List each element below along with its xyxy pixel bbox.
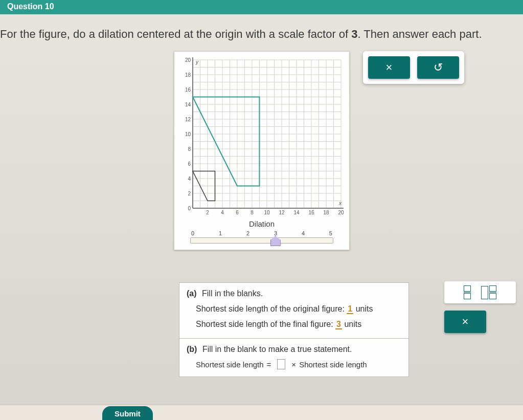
part-b-equation: Shortest side length = × Shortest side l… [196, 359, 401, 369]
slider-ticks: 0 1 2 3 4 5 [190, 230, 333, 236]
graph-panel: 201816 141210 864 20 246 81012 141618 20… [174, 51, 350, 250]
svg-text:12: 12 [279, 210, 285, 215]
svg-text:20: 20 [185, 57, 191, 63]
svg-text:2: 2 [206, 210, 209, 215]
question-prompt: For the figure, do a dilation centered a… [0, 14, 523, 46]
tick-4: 4 [302, 230, 305, 236]
svg-text:12: 12 [185, 117, 191, 122]
svg-text:0: 0 [188, 206, 191, 211]
svg-text:18: 18 [323, 210, 329, 215]
question-header: Question 10 [0, 0, 523, 14]
question-label: Question 10 [7, 2, 54, 11]
svg-text:4: 4 [221, 210, 224, 215]
fraction-tool[interactable] [464, 285, 471, 299]
svg-text:x: x [338, 201, 342, 206]
input-tools: × [444, 281, 516, 333]
svg-text:20: 20 [338, 210, 344, 215]
part-a-heading: Fill in the blanks. [202, 289, 263, 298]
eq-rhs: Shortest side length [299, 360, 367, 369]
svg-text:2: 2 [188, 191, 191, 196]
svg-text:10: 10 [264, 210, 270, 215]
prompt-before: For the figure, do a dilation centered a… [0, 28, 351, 40]
part-b: (b) Fill in the blank to make a true sta… [179, 339, 408, 377]
answer-panel: (a) Fill in the blanks. Shortest side le… [179, 282, 409, 377]
scale-factor: 3 [351, 28, 357, 40]
part-b-heading: Fill in the blank to make a true stateme… [202, 345, 352, 353]
tick-5: 5 [329, 230, 332, 236]
svg-text:6: 6 [236, 210, 239, 215]
svg-text:y: y [195, 59, 199, 65]
submit-button[interactable]: Submit [102, 406, 153, 420]
slider-label: Dilation [249, 219, 275, 228]
part-a-label: (a) [187, 289, 197, 298]
scale-factor-input[interactable] [277, 359, 285, 369]
part-a-line2: Shortest side length of the final figure… [196, 320, 401, 329]
svg-text:10: 10 [185, 131, 191, 137]
part-a-line1: Shortest side length of the original fig… [196, 304, 401, 314]
slider-track[interactable] [190, 237, 333, 244]
dilation-slider[interactable]: 0 1 2 3 4 5 [190, 230, 333, 244]
clear-button[interactable]: × [368, 56, 410, 79]
line1-after: units [356, 304, 373, 313]
coordinate-plane[interactable]: 201816 141210 864 20 246 81012 141618 20… [177, 55, 346, 218]
final-shortest-input[interactable]: 3 [335, 320, 342, 329]
eq-lhs: Shortest side length [196, 360, 264, 369]
line1-before: Shortest side length of the original fig… [196, 304, 347, 313]
svg-text:8: 8 [251, 210, 254, 215]
original-shortest-input[interactable]: 1 [347, 304, 353, 314]
part-b-label: (b) [187, 345, 197, 354]
tick-1: 1 [219, 230, 222, 236]
eq-sign: = [267, 360, 271, 369]
svg-text:6: 6 [188, 161, 191, 167]
svg-text:14: 14 [293, 210, 300, 215]
svg-text:18: 18 [185, 72, 191, 78]
mixed-number-tool[interactable] [481, 285, 496, 299]
line2-before: Shortest side length of the final figure… [196, 320, 335, 328]
fraction-toolbar [444, 281, 516, 303]
svg-text:8: 8 [188, 146, 191, 152]
clear-answer-button[interactable]: × [444, 311, 486, 333]
svg-text:16: 16 [308, 210, 314, 215]
svg-text:16: 16 [185, 87, 191, 93]
part-a: (a) Fill in the blanks. Shortest side le… [179, 283, 408, 339]
line2-after: units [344, 320, 361, 328]
prompt-after: . Then answer each part. [358, 28, 482, 40]
bottom-bar [0, 405, 523, 420]
reset-button[interactable]: ↺ [417, 56, 459, 79]
tick-0: 0 [191, 230, 194, 236]
tick-2: 2 [246, 230, 249, 236]
slider-thumb[interactable] [270, 236, 281, 246]
svg-text:14: 14 [185, 102, 191, 107]
action-buttons: × ↺ [363, 51, 464, 84]
times-sign: × [291, 360, 296, 369]
tick-3: 3 [274, 230, 277, 236]
svg-text:4: 4 [188, 176, 191, 182]
content: 201816 141210 864 20 246 81012 141618 20… [0, 46, 523, 250]
